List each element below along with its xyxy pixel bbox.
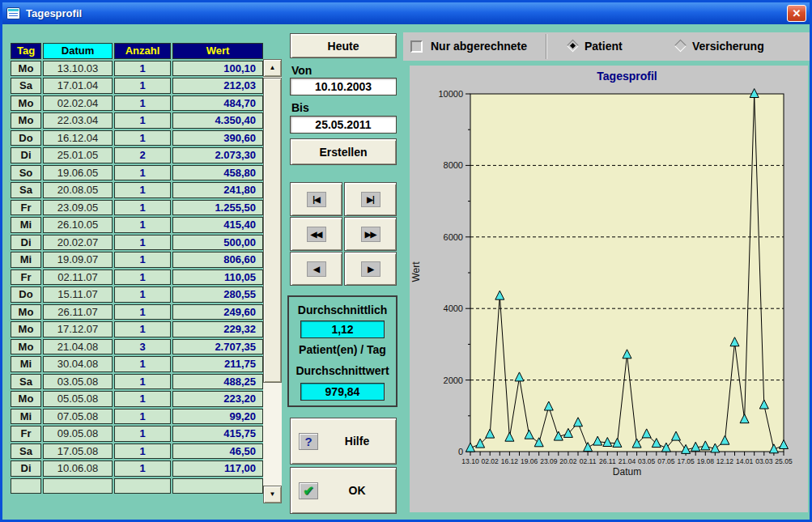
table-row[interactable]: Sa17.01.041212,03 [11, 78, 263, 94]
table-row[interactable]: Mo26.11.071249,60 [11, 304, 263, 320]
scroll-up-icon[interactable]: ▲ [263, 59, 282, 77]
table-cell: 110,05 [172, 269, 263, 286]
table-cell: 22.03.04 [43, 112, 113, 129]
scrollbar-thumb[interactable] [263, 78, 282, 383]
table-cell: Mo [11, 95, 41, 112]
window-icon[interactable] [6, 7, 20, 19]
table-cell: Mo [11, 321, 41, 337]
radio-patient-label[interactable]: Patient [585, 40, 623, 53]
table-cell: 1 [114, 443, 171, 460]
table-cell: 16.12.04 [43, 130, 113, 146]
nav-prev-button[interactable]: ◀ [290, 252, 342, 286]
table-cell: 212,03 [172, 78, 263, 94]
nur-abgerechnete-checkbox[interactable] [410, 40, 423, 53]
patients-per-day-value: 1,12 [300, 320, 385, 338]
heute-button[interactable]: Heute [290, 33, 397, 58]
table-row[interactable]: Mo13.10.031100,10 [11, 61, 263, 77]
table-cell: 223,20 [172, 391, 263, 407]
table-cell: 484,70 [172, 95, 263, 112]
table-cell: 1 [114, 61, 171, 77]
nav-last-button[interactable]: ▶| [344, 182, 397, 216]
table-cell: 1 [114, 78, 171, 94]
chart-panel: Tagesprofil Wert 02000400060008000100001… [410, 66, 808, 512]
table-row[interactable]: Mo02.02.041484,70 [11, 95, 263, 112]
table-cell: Mo [11, 112, 41, 129]
erstellen-button[interactable]: Erstellen [290, 138, 397, 165]
table-row[interactable] [11, 478, 263, 494]
table-cell: 1 [114, 200, 171, 216]
close-button[interactable]: ✕ [787, 5, 806, 22]
nur-abgerechnete-label[interactable]: Nur abgerechnete [431, 40, 527, 53]
window-title: Tagesprofil [26, 7, 82, 19]
table-cell: 241,80 [172, 182, 263, 198]
table-row[interactable]: Fr09.05.081415,75 [11, 426, 263, 442]
table-header-row: Tag Datum Anzahl Wert [11, 43, 263, 59]
table-row[interactable]: Sa17.05.08146,50 [11, 443, 263, 460]
radio-patient[interactable] [567, 40, 580, 53]
ok-button[interactable]: ✔ OK [290, 467, 397, 514]
table-cell: 211,75 [172, 356, 263, 372]
first-record-icon: |◀ [307, 192, 326, 207]
table-row[interactable]: Mo21.04.0832.707,35 [11, 339, 263, 355]
forward-icon: ▶ [361, 261, 380, 277]
title-bar[interactable]: Tagesprofil ✕ [2, 2, 810, 24]
day-profile-table: Tag Datum Anzahl Wert Mo13.10.031100,10S… [9, 41, 265, 495]
table-cell: Do [11, 130, 41, 146]
von-label: Von [291, 64, 312, 77]
table-cell: 1 [114, 356, 171, 372]
table-row[interactable]: Mo17.12.071229,32 [11, 321, 263, 337]
table-row[interactable]: Sa03.05.081488,25 [11, 374, 263, 390]
svg-text:20.02: 20.02 [559, 457, 577, 465]
nav-next-fast-button[interactable]: ▶▶ [344, 217, 397, 251]
table-cell: 390,60 [172, 130, 263, 146]
table-cell: 99,20 [172, 409, 263, 425]
table-row[interactable]: Mi30.04.081211,75 [11, 356, 263, 372]
table-row[interactable]: So19.06.051458,80 [11, 165, 263, 181]
svg-text:21.04: 21.04 [619, 457, 636, 465]
table-row[interactable]: Mo05.05.081223,20 [11, 391, 263, 407]
help-icon: ? [299, 433, 318, 450]
table-cell: 3 [114, 339, 171, 355]
table-cell: Fr [11, 200, 41, 216]
table-scrollbar[interactable]: ▲ ▼ [263, 59, 282, 503]
table-row[interactable]: Mi19.09.071806,60 [11, 252, 263, 268]
svg-text:17.05: 17.05 [677, 457, 695, 465]
table-cell: 19.09.07 [43, 252, 113, 268]
table-row[interactable]: Do15.11.071280,55 [11, 286, 263, 303]
table-row[interactable]: Sa20.08.051241,80 [11, 182, 263, 198]
svg-text:12.12: 12.12 [716, 457, 734, 465]
table-cell: 1 [114, 217, 171, 233]
table-cell: 1.255,50 [172, 200, 263, 216]
hilfe-button[interactable]: ? Hilfe [290, 418, 397, 465]
table-row[interactable]: Mo22.03.0414.350,40 [11, 112, 263, 129]
table-cell: 229,32 [172, 321, 263, 337]
filter-bar: Nur abgerechnete Patient Versicherung [403, 32, 810, 61]
radio-versicherung[interactable] [674, 40, 687, 53]
nav-prev-fast-button[interactable]: ◀◀ [290, 217, 342, 251]
table-cell: 1 [114, 182, 171, 198]
table-cell: 17.12.07 [43, 321, 113, 337]
table-cell: 415,40 [172, 217, 263, 233]
table-cell: Mo [11, 304, 41, 320]
nav-next-button[interactable]: ▶ [344, 252, 397, 286]
table-row[interactable]: Di10.06.081117,00 [11, 460, 263, 477]
table-cell: 17.01.04 [43, 78, 113, 94]
table-cell: 26.11.07 [43, 304, 113, 320]
nav-first-button[interactable]: |◀ [290, 182, 342, 216]
table-row[interactable]: Fr02.11.071110,05 [11, 269, 263, 286]
bis-input[interactable] [290, 116, 397, 134]
scroll-down-icon[interactable]: ▼ [263, 486, 282, 503]
durchschnittlich-label: Durchschnittlich [289, 303, 396, 316]
radio-versicherung-label[interactable]: Versicherung [692, 40, 764, 53]
table-cell: 4.350,40 [172, 112, 263, 129]
header-anzahl: Anzahl [114, 43, 171, 59]
table-row[interactable]: Do16.12.041390,60 [11, 130, 263, 146]
von-input[interactable] [290, 78, 397, 95]
table-row[interactable]: Mi07.05.08199,20 [11, 409, 263, 425]
table-cell: 09.05.08 [43, 426, 113, 442]
table-row[interactable]: Di20.02.071500,00 [11, 235, 263, 251]
table-row[interactable]: Mi26.10.051415,40 [11, 217, 263, 233]
table-row[interactable]: Fr23.09.0511.255,50 [11, 200, 263, 216]
table-cell: Mo [11, 391, 41, 407]
table-row[interactable]: Di25.01.0522.073,30 [11, 147, 263, 163]
